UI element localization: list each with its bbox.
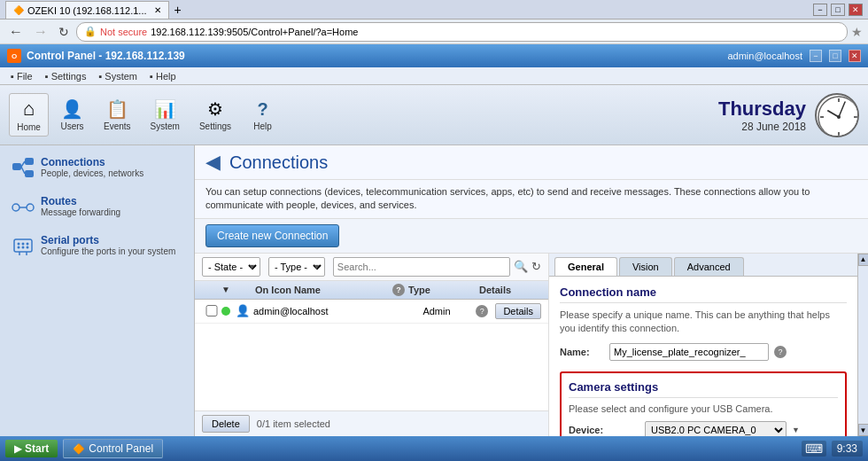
settings-icon: ⚙ <box>207 98 223 120</box>
sort-icon[interactable]: ▼ <box>221 285 236 294</box>
svg-point-7 <box>837 115 841 119</box>
home-label: Home <box>17 122 41 132</box>
row-status-dot <box>221 307 230 316</box>
svg-rect-16 <box>14 239 32 252</box>
app-icon: O <box>7 49 21 63</box>
system-icon: 📊 <box>154 98 176 120</box>
device-label: Device: <box>569 425 639 435</box>
row-user-icon: 👤 <box>236 304 253 317</box>
window-maximize-btn[interactable]: □ <box>831 4 845 16</box>
delete-btn[interactable]: Delete <box>202 415 250 433</box>
state-filter[interactable]: - State - Active Inactive <box>202 257 260 277</box>
help-label: Help <box>253 121 272 131</box>
routes-text: Routes Message forwarding <box>41 195 120 217</box>
routes-icon <box>11 195 35 220</box>
search-input[interactable] <box>333 257 510 277</box>
toolbar-events-btn[interactable]: 📋 Events <box>96 94 139 136</box>
start-btn[interactable]: ▶ Start <box>5 440 58 457</box>
connections-subtitle: People, devices, networks <box>41 168 143 178</box>
connection-name-section: Connection name Please specify a unique … <box>560 285 847 361</box>
row-checkbox[interactable] <box>202 305 221 316</box>
nav-forward-btn[interactable]: → <box>30 24 51 40</box>
svg-point-14 <box>27 204 34 211</box>
search-btn[interactable]: 🔍 <box>514 260 528 273</box>
toolbar-help-btn[interactable]: ? Help <box>243 95 283 136</box>
connections-list: - State - Active Inactive ▼ - Type - Adm… <box>195 254 549 436</box>
svg-point-19 <box>27 243 29 246</box>
toolbar-home-btn[interactable]: ⌂ Home <box>9 93 49 137</box>
clock-area: Thursday 28 June 2018 <box>718 93 859 137</box>
col-details-header: Details <box>479 285 541 295</box>
svg-rect-10 <box>25 170 34 177</box>
bookmark-btn[interactable]: ★ <box>851 25 863 39</box>
camera-section-title: Camera settings <box>569 380 838 398</box>
sidebar-connections[interactable]: Connections People, devices, networks <box>7 152 187 184</box>
connections-toolbar: Create new Connection <box>195 219 868 254</box>
serial-ports-svg-icon <box>11 234 35 259</box>
url-input[interactable] <box>151 27 840 37</box>
details-btn[interactable]: Details <box>495 303 541 319</box>
menu-item-help[interactable]: ▪ Help <box>144 69 182 83</box>
type-filter[interactable]: - Type - Admin SIP HTTP <box>268 257 325 277</box>
create-connection-btn[interactable]: Create new Connection <box>205 224 339 247</box>
menu-item-file[interactable]: ▪ File <box>5 69 38 83</box>
name-form-row: Name: ? <box>560 343 847 361</box>
system-label: System <box>151 121 180 131</box>
tab-general[interactable]: General <box>554 257 617 276</box>
routes-subtitle: Message forwarding <box>41 207 120 217</box>
app-close-btn[interactable]: ✕ <box>849 50 861 62</box>
not-secure-label: Not secure <box>100 27 147 37</box>
svg-point-20 <box>18 246 20 249</box>
page-title: Connections <box>229 152 328 173</box>
new-tab-btn[interactable]: + <box>169 1 187 19</box>
refresh-list-btn[interactable]: ↻ <box>531 260 541 273</box>
page-description: You can setup connections (devices, tele… <box>195 180 868 219</box>
window-close-btn[interactable]: ✕ <box>849 4 863 16</box>
status-time: 9:33 <box>832 441 863 457</box>
tab-vision[interactable]: Vision <box>619 257 672 276</box>
security-icon: 🔒 <box>84 26 97 37</box>
users-icon: 👤 <box>61 98 83 120</box>
clock-day: Thursday <box>718 98 806 121</box>
app-title-left: O Control Panel - 192.168.112.139 <box>7 49 185 63</box>
sidebar: Connections People, devices, networks Ro… <box>0 145 195 436</box>
back-arrow-icon[interactable]: ◀ <box>205 151 221 174</box>
menu-item-system[interactable]: ▪ System <box>93 69 143 83</box>
toolbar-users-btn[interactable]: 👤 Users <box>52 94 92 136</box>
connections-svg-icon <box>11 156 35 181</box>
control-panel-taskbar-btn[interactable]: 🔶 Control Panel <box>63 439 163 458</box>
connections-icon <box>11 156 35 181</box>
app-max-btn[interactable]: □ <box>829 50 841 62</box>
row-type: Admin <box>422 306 476 316</box>
app-min-btn[interactable]: − <box>810 50 822 62</box>
scroll-down-btn[interactable]: ▼ <box>858 424 869 436</box>
app-user-label: admin@localhost <box>727 51 802 61</box>
browser-tab[interactable]: 🔶 OZEKI 10 (192.168.112.1... ✕ <box>5 1 169 19</box>
svg-rect-8 <box>12 163 21 170</box>
toolbar-settings-btn[interactable]: ⚙ Settings <box>191 94 239 136</box>
tab-advanced[interactable]: Advanced <box>674 257 744 276</box>
row-type-help-icon[interactable]: ? <box>476 305 488 317</box>
camera-settings-section: Camera settings Please select and config… <box>560 371 847 436</box>
table-header: ▼ On Icon Name ? Type Details <box>195 281 548 300</box>
tab-close-icon[interactable]: ✕ <box>154 5 161 15</box>
name-input[interactable] <box>609 343 769 361</box>
device-select[interactable]: USB2.0 PC CAMERA_0 <box>645 421 787 436</box>
sidebar-routes[interactable]: Routes Message forwarding <box>7 191 187 223</box>
menu-item-settings[interactable]: ▪ Settings <box>40 69 92 83</box>
sidebar-serial-ports[interactable]: Serial ports Configure the ports in your… <box>7 230 187 262</box>
address-bar-container: 🔒 Not secure <box>76 22 848 42</box>
events-label: Events <box>104 121 131 131</box>
window-minimize-btn[interactable]: − <box>813 4 827 16</box>
app-title-bar: O Control Panel - 192.168.112.139 admin@… <box>0 44 868 67</box>
svg-rect-9 <box>25 158 34 165</box>
scroll-up-btn[interactable]: ▲ <box>858 254 869 266</box>
table-row[interactable]: 👤 admin@localhost Admin ? Details <box>195 300 548 324</box>
serial-ports-title: Serial ports <box>41 234 175 246</box>
toolbar-system-btn[interactable]: 📊 System <box>143 94 188 136</box>
nav-refresh-btn[interactable]: ↻ <box>55 25 73 39</box>
nav-back-btn[interactable]: ← <box>5 24 27 40</box>
app-title-right: admin@localhost − □ ✕ <box>727 50 861 62</box>
name-help-icon[interactable]: ? <box>774 346 787 358</box>
home-icon: ⌂ <box>23 98 35 121</box>
